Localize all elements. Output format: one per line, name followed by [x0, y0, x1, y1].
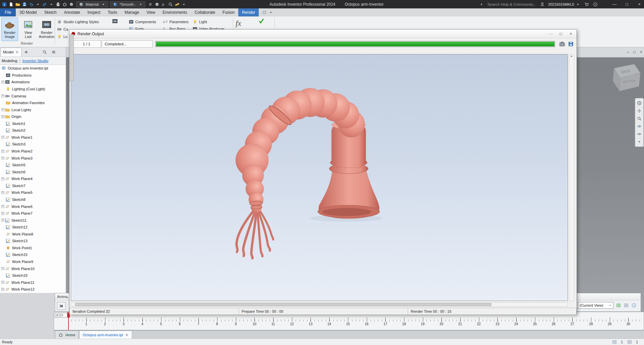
help-search-input[interactable]: Search Help & Commands... — [488, 2, 537, 6]
tree-item-work-plane11[interactable]: +Work Plane11 — [0, 279, 66, 286]
tab-3d-model[interactable]: 3D Model — [16, 8, 40, 16]
expander-icon[interactable]: + — [1, 219, 4, 222]
tree-item-sketch6[interactable]: Sketch6 — [0, 168, 66, 175]
tree-item-sketch12[interactable]: Sketch12 — [0, 224, 66, 231]
tree-item-work-plane10[interactable]: +Work Plane10 — [0, 265, 66, 272]
print-icon[interactable] — [55, 2, 61, 7]
tree-item-work-plane8[interactable]: Work Plane8 — [0, 231, 66, 238]
tab-collaborate[interactable]: Collaborate — [191, 8, 219, 16]
expander-icon[interactable]: + — [1, 150, 4, 153]
tab-fusion[interactable]: Fusion — [219, 8, 238, 16]
account-menu[interactable]: 20215015MKL5 — [548, 2, 581, 7]
tree-item-sketch7[interactable]: Sketch7 — [0, 182, 66, 189]
view-last-button[interactable]: ViewLast — [20, 17, 37, 41]
caret-down-icon[interactable] — [48, 2, 54, 7]
horizontal-scrollbar[interactable] — [71, 302, 568, 307]
doc-close-button[interactable]: × — [638, 49, 644, 55]
save-image-button[interactable] — [567, 40, 575, 48]
light-button[interactable]: Light — [193, 18, 225, 25]
horizontal-scroll-thumb[interactable] — [75, 303, 491, 306]
video-producer-icon[interactable] — [112, 18, 118, 24]
sphere-icon[interactable] — [154, 2, 160, 7]
tree-item-octopus-arm-inventor-ipt[interactable]: Octopus arm-Inventor.ipt — [0, 65, 66, 72]
mode-inventor-studio[interactable]: Inventor Studio — [22, 59, 48, 63]
tree-item-sketch13[interactable]: Sketch13 — [0, 238, 66, 245]
tree-item-cameras[interactable]: +Cameras — [0, 92, 66, 99]
tree-item-work-plane3[interactable]: +Work Plane3 — [0, 155, 66, 162]
search-icon[interactable] — [42, 49, 47, 55]
tree-item-work-point1[interactable]: Work Point1 — [0, 245, 66, 252]
new-file-icon[interactable] — [8, 2, 14, 7]
appearance-dropdown[interactable]: *Smooth - — [110, 1, 145, 7]
parameters-fx-button[interactable]: fx — [236, 19, 241, 28]
measure-icon[interactable] — [174, 2, 180, 7]
expander-icon[interactable]: + — [1, 212, 4, 215]
open-folder-icon[interactable] — [15, 2, 20, 7]
close-icon[interactable] — [125, 333, 129, 337]
doc-tab-home[interactable]: Home — [55, 331, 79, 339]
tree-item-sketch1[interactable]: Sketch1 — [0, 120, 66, 127]
tab-render[interactable]: Render — [238, 8, 259, 16]
tree-item-lighting-cool-light[interactable]: Lighting (Cool Light) — [0, 86, 66, 93]
minimize-button[interactable]: — — [610, 0, 619, 8]
swap-icon[interactable] — [147, 2, 153, 7]
expander-icon[interactable]: + — [1, 115, 4, 118]
close-icon[interactable] — [15, 49, 19, 55]
expand-timeline-icon[interactable] — [623, 303, 629, 308]
tree-item-work-plane5[interactable]: +Work Plane5 — [0, 189, 66, 196]
tree-item-sketch15[interactable]: Sketch15 — [0, 251, 66, 258]
tree-item-work-plane9[interactable]: Work Plane9 — [0, 258, 66, 265]
collapse-icon[interactable] — [479, 2, 485, 7]
caret-down-icon[interactable] — [35, 2, 41, 7]
expander-icon[interactable]: + — [1, 288, 4, 291]
viewcube[interactable]: BACK BOTTOM — [606, 61, 642, 95]
navigation-wheel-icon[interactable] — [637, 100, 642, 106]
user-icon[interactable] — [539, 2, 545, 7]
app-logo-icon[interactable]: I — [1, 2, 7, 7]
search-icon[interactable] — [167, 2, 173, 7]
doc-tab-octopus-arm-inventor-ipt[interactable]: Octopus arm-Inventor.ipt — [79, 331, 132, 339]
restore-button[interactable]: □ — [622, 0, 632, 8]
add-panel-icon[interactable] — [23, 49, 29, 55]
vertical-scroll-thumb[interactable] — [70, 34, 74, 81]
tree-item-sketch8[interactable]: Sketch8 — [0, 196, 66, 203]
material-dropdown[interactable]: Material — [76, 1, 108, 7]
tree-item-sketch11[interactable]: +Sketch11 — [0, 217, 66, 224]
look-at-icon[interactable] — [637, 131, 642, 137]
doc-minimize-button[interactable]: – — [625, 49, 631, 55]
close-button[interactable]: × — [635, 0, 644, 8]
tree-item-sketch5[interactable]: Sketch5 — [0, 162, 66, 169]
tree-item-animations[interactable]: +Animations — [0, 79, 66, 86]
render-animation-button[interactable]: RenderAnimation — [38, 17, 55, 41]
tree-item-work-plane4[interactable]: +Work Plane4 — [0, 175, 66, 182]
tree-item-work-plane6[interactable]: +Work Plane6 — [0, 203, 66, 210]
dialog-close-button[interactable]: × — [566, 30, 576, 38]
animation-options-icon[interactable] — [615, 303, 621, 308]
fx-icon[interactable]: fx — [161, 2, 166, 7]
vertical-scrollbar[interactable]: ▲ — [569, 54, 574, 301]
pan-icon[interactable] — [637, 108, 642, 114]
expander-icon[interactable]: + — [1, 81, 4, 84]
tab-inspect[interactable]: Inspect — [84, 8, 104, 16]
mode-modeling[interactable]: Modeling — [2, 59, 17, 63]
snapshot-button[interactable] — [558, 40, 566, 48]
tree-item-work-plane2[interactable]: +Work Plane2 — [0, 148, 66, 155]
orbit-icon[interactable] — [637, 124, 642, 129]
tree-item-sketch3[interactable]: Sketch3 — [0, 141, 66, 148]
browser-tab-model[interactable]: Model — [1, 48, 21, 56]
parameters-button[interactable]: fxParameters — [163, 18, 189, 25]
tab-manage[interactable]: Manage — [121, 8, 143, 16]
undo-icon[interactable] — [28, 2, 34, 7]
tab-annotate[interactable]: Annotate — [60, 8, 84, 16]
tree-item-productions[interactable]: Productions — [0, 72, 66, 79]
tree-item-work-plane12[interactable]: +Work Plane12 — [0, 286, 66, 293]
expander-icon[interactable]: + — [1, 281, 4, 284]
components-button[interactable]: Components — [129, 18, 156, 25]
store-icon[interactable] — [584, 2, 589, 7]
expander-icon[interactable]: + — [1, 267, 4, 270]
tree-item-work-plane7[interactable]: +Work Plane7 — [0, 210, 66, 217]
menu-icon[interactable] — [51, 49, 56, 55]
expander-icon[interactable]: + — [1, 108, 4, 111]
expander-icon[interactable]: + — [1, 136, 4, 139]
render-image-button[interactable]: RenderImage — [1, 17, 18, 41]
